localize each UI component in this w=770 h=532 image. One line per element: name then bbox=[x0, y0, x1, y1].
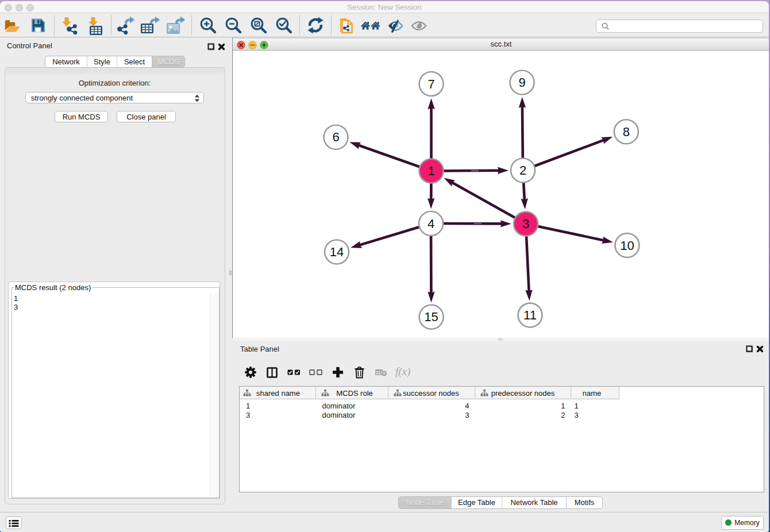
svg-text:7: 7 bbox=[428, 77, 434, 91]
svg-text:1: 1 bbox=[428, 164, 434, 178]
svg-text:6: 6 bbox=[332, 130, 339, 144]
svg-text:10: 10 bbox=[620, 238, 634, 253]
svg-text:3: 3 bbox=[522, 217, 529, 231]
svg-text:4: 4 bbox=[428, 217, 434, 231]
svg-text:2: 2 bbox=[519, 163, 526, 178]
svg-text:14: 14 bbox=[330, 245, 344, 259]
svg-text:9: 9 bbox=[518, 75, 525, 90]
svg-text:11: 11 bbox=[523, 308, 537, 322]
svg-text:15: 15 bbox=[424, 310, 438, 324]
svg-text:8: 8 bbox=[623, 125, 630, 139]
